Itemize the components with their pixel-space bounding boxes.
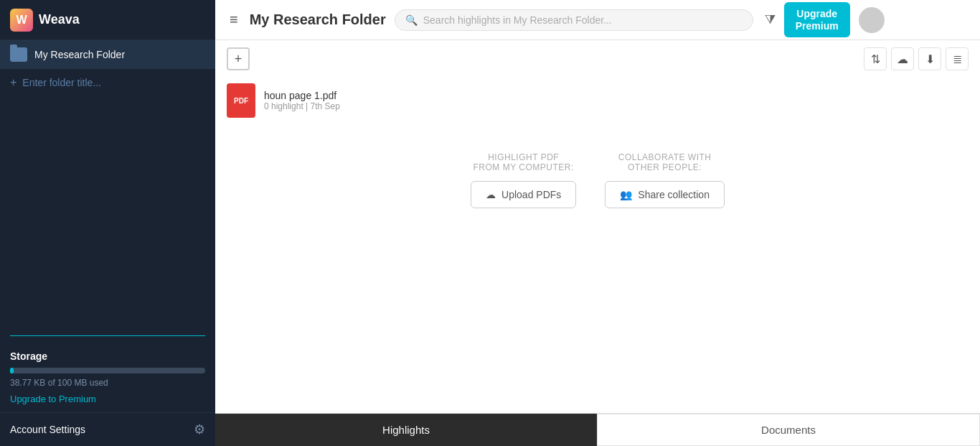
toolbar: + ⇅ ☁ ⬇ ≣: [215, 40, 980, 78]
doc-meta: 0 highlight | 7th Sep: [264, 101, 340, 111]
doc-info: houn page 1.pdf 0 highlight | 7th Sep: [264, 90, 340, 111]
cta-row: HIGHLIGHT PDFFROM MY COMPUTER: ☁ Upload …: [471, 152, 725, 208]
tab-highlights-label: Highlights: [382, 424, 430, 436]
add-document-icon: +: [235, 52, 242, 67]
storage-label: Storage: [10, 350, 205, 362]
gear-icon: ⚙: [194, 422, 205, 437]
cta-section: HIGHLIGHT PDFFROM MY COMPUTER: ☁ Upload …: [215, 124, 980, 237]
storage-used-text: 38.77 KB of 100 MB used: [10, 378, 205, 388]
upload-cta-label: HIGHLIGHT PDFFROM MY COMPUTER:: [473, 152, 574, 172]
toolbar-left: +: [227, 47, 250, 70]
toolbar-right: ⇅ ☁ ⬇ ≣: [864, 47, 969, 70]
search-input[interactable]: [423, 14, 743, 26]
tab-documents-label: Documents: [761, 424, 816, 436]
sidebar: W Weava My Research Folder + Storage 38.…: [0, 0, 215, 446]
table-row[interactable]: PDF houn page 1.pdf 0 highlight | 7th Se…: [227, 78, 969, 124]
sidebar-item-my-research-folder[interactable]: My Research Folder: [0, 40, 215, 69]
share-collection-icon: 👥: [620, 189, 632, 200]
storage-bar-container: [10, 368, 205, 373]
storage-bar: [10, 368, 14, 373]
upload-cta-column: HIGHLIGHT PDFFROM MY COMPUTER: ☁ Upload …: [471, 152, 576, 208]
avatar: [859, 7, 885, 33]
search-icon: 🔍: [405, 14, 418, 26]
download-icon: ⬇: [925, 52, 935, 66]
sidebar-divider: [10, 335, 205, 336]
upload-pdfs-button[interactable]: ☁ Upload PDFs: [471, 181, 576, 208]
search-container: 🔍: [395, 9, 753, 31]
upload-cloud-icon: ☁: [897, 52, 908, 66]
add-document-button[interactable]: +: [227, 47, 250, 70]
tab-documents[interactable]: Documents: [597, 414, 980, 446]
tab-highlights[interactable]: Highlights: [215, 414, 597, 446]
topbar: ≡ My Research Folder 🔍 ⧩ UpgradePremium: [215, 0, 980, 40]
page-title: My Research Folder: [250, 11, 386, 28]
sort-options-icon: ≣: [953, 52, 962, 66]
logo-icon: W: [10, 9, 33, 32]
add-folder-icon: +: [10, 76, 17, 89]
pdf-badge: PDF: [227, 83, 255, 118]
document-list: PDF houn page 1.pdf 0 highlight | 7th Se…: [215, 78, 980, 124]
add-folder-row[interactable]: +: [0, 69, 215, 96]
share-collection-button[interactable]: 👥 Share collection: [605, 181, 725, 208]
filter-icon[interactable]: ⧩: [765, 12, 776, 27]
add-folder-input[interactable]: [22, 77, 205, 88]
folder-icon: [10, 47, 27, 62]
account-settings-label: Account Settings: [10, 424, 85, 435]
sort-toggle-icon: ⇅: [871, 52, 880, 66]
upload-cloud-button[interactable]: ☁: [891, 47, 914, 70]
sidebar-spacer: [0, 96, 215, 335]
upload-pdfs-icon: ☁: [486, 189, 496, 200]
download-button[interactable]: ⬇: [918, 47, 941, 70]
sort-options-button[interactable]: ≣: [946, 47, 969, 70]
upgrade-premium-button[interactable]: UpgradePremium: [784, 2, 850, 38]
weava-logo: W Weava: [10, 9, 80, 32]
share-cta-column: COLLABORATE WITHOTHER PEOPLE: 👥 Share co…: [605, 152, 725, 208]
share-collection-label: Share collection: [638, 189, 710, 200]
upload-pdfs-label: Upload PDFs: [501, 189, 561, 200]
hamburger-menu-icon[interactable]: ≡: [227, 9, 241, 31]
account-settings-row[interactable]: Account Settings ⚙: [0, 412, 215, 446]
share-cta-label: COLLABORATE WITHOTHER PEOPLE:: [618, 152, 712, 172]
upgrade-to-premium-link[interactable]: Upgrade to Premium: [10, 394, 96, 404]
storage-section: Storage 38.77 KB of 100 MB used Upgrade …: [0, 350, 215, 412]
sort-toggle-button[interactable]: ⇅: [864, 47, 887, 70]
logo-text: Weava: [39, 12, 80, 27]
main-panel: ≡ My Research Folder 🔍 ⧩ UpgradePremium …: [215, 0, 980, 446]
content-area: PDF houn page 1.pdf 0 highlight | 7th Se…: [215, 78, 980, 413]
sidebar-folder-label: My Research Folder: [34, 49, 125, 60]
sidebar-header: W Weava: [0, 0, 215, 40]
doc-name: houn page 1.pdf: [264, 90, 340, 101]
bottom-tabs: Highlights Documents: [215, 413, 980, 446]
